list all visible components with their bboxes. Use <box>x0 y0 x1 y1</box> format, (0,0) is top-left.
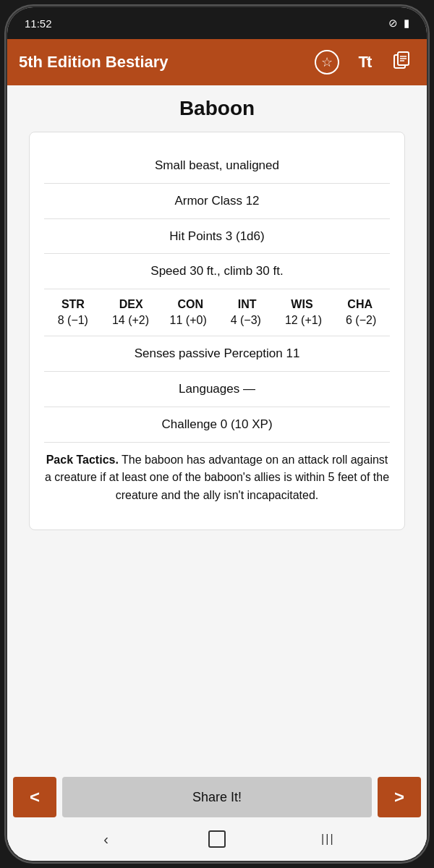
recents-button[interactable]: ||| <box>313 825 342 854</box>
divider-5 <box>44 336 390 336</box>
ability-headers: STR DEX CON INT WIS CHA <box>44 298 390 311</box>
recents-icon: ||| <box>321 833 334 846</box>
main-content: Baboon Small beast, unaligned Armor Clas… <box>7 85 427 768</box>
next-button[interactable]: > <box>378 777 421 817</box>
text-size-icon: Tt <box>359 53 371 72</box>
favorite-button[interactable]: ☆ <box>314 49 340 75</box>
share-label: Share It! <box>192 790 242 804</box>
ability-values: 8 (−1) 14 (+2) 11 (+0) 4 (−3) 12 (+1) 6 … <box>44 314 390 327</box>
back-button[interactable]: ‹ <box>92 825 121 854</box>
divider-8 <box>44 442 390 443</box>
system-nav: ‹ ||| <box>7 820 427 858</box>
share-row: < Share It! > <box>7 774 427 820</box>
int-value: 4 (−3) <box>224 314 268 327</box>
divider-6 <box>44 371 390 372</box>
wis-value: 12 (+1) <box>281 314 325 327</box>
home-button[interactable] <box>203 825 231 854</box>
str-label: STR <box>61 298 85 311</box>
bottom-area: < Share It! > ‹ ||| <box>7 768 427 861</box>
armor-class: Armor Class 12 <box>44 185 390 217</box>
status-time: 11:52 <box>25 17 52 30</box>
hit-points: Hit Points 3 (1d6) <box>44 221 390 252</box>
str-value: 8 (−1) <box>51 314 95 327</box>
status-bar: 11:52 ⊘ ▮ <box>7 7 427 39</box>
prev-button[interactable]: < <box>13 777 56 817</box>
divider-4 <box>44 289 390 289</box>
dex-value: 14 (+2) <box>109 314 152 327</box>
stat-card: Small beast, unaligned Armor Class 12 Hi… <box>29 132 405 530</box>
languages: Languages — <box>44 373 390 405</box>
divider-1 <box>44 183 390 184</box>
star-icon: ☆ <box>315 50 339 75</box>
speed: Speed 30 ft., climb 30 ft. <box>44 255 390 287</box>
con-value: 11 (+0) <box>166 314 210 327</box>
int-label: INT <box>238 298 257 311</box>
creature-name: Baboon <box>179 97 255 120</box>
pack-tactics-name: Pack Tactics. <box>46 454 119 466</box>
cha-value: 6 (−2) <box>339 314 383 327</box>
wis-label: WIS <box>291 298 312 311</box>
app-bar: 5th Edition Bestiary ☆ Tt <box>7 39 427 85</box>
dex-label: DEX <box>119 298 143 311</box>
divider-2 <box>44 218 390 219</box>
con-label: CON <box>177 298 203 311</box>
cha-label: CHA <box>347 298 373 311</box>
senses: Senses passive Perception 11 <box>44 338 390 370</box>
pack-tactics-text: Pack Tactics. The baboon has advantage o… <box>44 444 390 512</box>
divider-7 <box>44 407 390 407</box>
ability-scores: STR DEX CON INT WIS CHA 8 (−1) 14 (+2) 1… <box>44 291 390 334</box>
app-bar-title: 5th Edition Bestiary <box>19 53 314 72</box>
app-bar-actions: ☆ Tt <box>314 49 415 75</box>
status-icons: ⊘ ▮ <box>388 17 409 30</box>
text-size-button[interactable]: Tt <box>352 49 378 75</box>
copy-icon <box>393 51 412 74</box>
home-icon <box>208 830 226 848</box>
share-button[interactable]: Share It! <box>62 777 372 817</box>
copy-button[interactable] <box>389 49 415 75</box>
divider-3 <box>44 253 390 254</box>
challenge: Challenge 0 (10 XP) <box>44 409 390 441</box>
back-icon: ‹ <box>103 831 109 848</box>
next-icon: > <box>394 787 404 807</box>
creature-type: Small beast, unaligned <box>44 150 390 182</box>
prev-icon: < <box>30 787 40 807</box>
battery-icon: ▮ <box>404 17 409 30</box>
no-signal-icon: ⊘ <box>388 17 398 30</box>
